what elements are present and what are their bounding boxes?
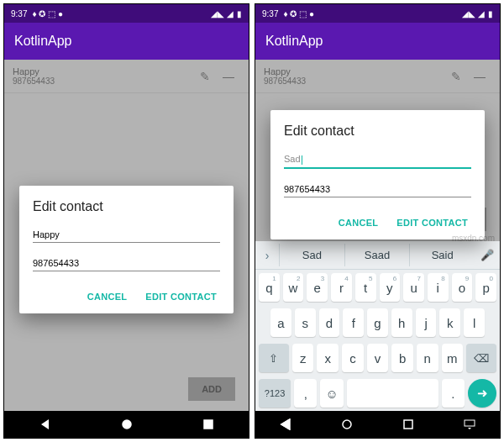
dialog-title: Edit contact: [284, 124, 471, 139]
key-a[interactable]: a: [270, 308, 291, 337]
key-r[interactable]: r4: [331, 273, 352, 302]
key-row-2: asdfghjkl: [255, 305, 500, 340]
status-bar: 9:37 ♦ ✪ ⬚ ● ◢◣ ◢ ▮: [255, 4, 500, 23]
key-space[interactable]: [347, 379, 438, 408]
name-input[interactable]: Happy: [33, 226, 220, 243]
app-bar: KotlinApp: [255, 23, 500, 60]
key-enter[interactable]: ➜: [468, 379, 496, 408]
svg-rect-2: [204, 420, 213, 429]
key-j[interactable]: j: [416, 308, 437, 337]
edit-contact-dialog: Edit contact Happy 987654433 CANCEL EDIT…: [19, 186, 234, 313]
key-l[interactable]: l: [464, 308, 485, 337]
svg-point-5: [343, 420, 351, 429]
key-g[interactable]: g: [367, 308, 388, 337]
key-period[interactable]: .: [442, 379, 465, 408]
key-row-3: ⇧zxcvbnm⌫: [255, 340, 500, 376]
key-i[interactable]: i8: [428, 273, 449, 302]
cancel-button[interactable]: CANCEL: [335, 213, 382, 233]
status-signal: ◢◣ ◢: [211, 9, 234, 18]
key-emoji[interactable]: ☺: [320, 379, 343, 408]
key-o[interactable]: o9: [452, 273, 473, 302]
key-m[interactable]: m: [442, 344, 464, 372]
key-shift[interactable]: ⇧: [259, 344, 289, 372]
cancel-button[interactable]: CANCEL: [84, 287, 131, 307]
nav-recent-icon[interactable]: [402, 418, 414, 430]
watermark: msxdn.com: [452, 234, 495, 243]
key-z[interactable]: z: [292, 344, 314, 372]
nav-bar: [255, 411, 500, 438]
key-p[interactable]: p0: [475, 273, 496, 302]
svg-marker-0: [41, 419, 49, 429]
key-c[interactable]: c: [342, 344, 364, 372]
suggestion-2[interactable]: Saad: [344, 244, 410, 266]
key-comma[interactable]: ,: [294, 379, 317, 408]
svg-point-1: [123, 420, 131, 429]
nav-recent-icon[interactable]: [202, 418, 214, 430]
svg-rect-6: [404, 420, 412, 429]
status-signal: ◢◣ ◢: [462, 9, 485, 18]
key-t[interactable]: t5: [355, 273, 376, 302]
content-area: Happy 987654433 ✎ — ADD Edit contact Sad…: [255, 60, 500, 241]
status-bar: 9:37 ♦ ✪ ⬚ ● ◢◣ ◢ ▮: [4, 4, 249, 23]
key-k[interactable]: k: [439, 308, 460, 337]
status-time: 9:37: [262, 9, 278, 18]
suggestion-3[interactable]: Said: [409, 244, 475, 266]
expand-suggestions-icon[interactable]: ›: [255, 249, 279, 262]
key-h[interactable]: h: [391, 308, 412, 337]
app-bar: KotlinApp: [4, 23, 249, 60]
status-battery: ▮: [488, 9, 493, 18]
keyboard-hide-icon[interactable]: [464, 418, 475, 430]
app-title: KotlinApp: [14, 34, 72, 49]
key-row-4: ?123,☺.➜: [255, 376, 500, 411]
nav-back-icon[interactable]: [39, 418, 51, 430]
nav-home-icon[interactable]: [121, 418, 133, 430]
status-icons: ♦ ✪ ⬚ ●: [32, 9, 62, 18]
key-n[interactable]: n: [417, 344, 438, 372]
key-s[interactable]: s: [295, 308, 316, 337]
key-row-1: q1w2e3r4t5y6u7i8o9p0: [255, 270, 500, 305]
key-y[interactable]: y6: [380, 273, 401, 302]
key-w[interactable]: w2: [283, 273, 304, 302]
suggestion-1[interactable]: Sad: [279, 244, 344, 266]
svg-rect-7: [465, 420, 475, 426]
mic-icon[interactable]: 🎤: [475, 249, 500, 261]
phone-input[interactable]: 987654433: [33, 255, 220, 271]
key-b[interactable]: b: [391, 344, 413, 372]
name-input[interactable]: Sad: [284, 150, 471, 169]
edit-contact-button[interactable]: EDIT CONTACT: [393, 213, 471, 233]
status-time: 9:37: [11, 9, 27, 18]
nav-home-icon[interactable]: [341, 418, 353, 430]
svg-marker-9: [468, 428, 471, 429]
nav-bar: [4, 411, 249, 438]
suggestion-bar: › Sad Saad Said 🎤: [255, 241, 500, 270]
edit-contact-button[interactable]: EDIT CONTACT: [142, 287, 220, 307]
key-e[interactable]: e3: [307, 273, 328, 302]
status-icons: ♦ ✪ ⬚ ●: [283, 9, 313, 18]
soft-keyboard: › Sad Saad Said 🎤 q1w2e3r4t5y6u7i8o9p0 a…: [255, 241, 500, 411]
phone-right: 9:37 ♦ ✪ ⬚ ● ◢◣ ◢ ▮ KotlinApp Happy 9876…: [255, 3, 501, 439]
key-x[interactable]: x: [317, 344, 339, 372]
status-battery: ▮: [237, 9, 242, 18]
dialog-title: Edit contact: [33, 199, 220, 214]
phone-input[interactable]: 987654433: [284, 181, 471, 197]
edit-contact-dialog: Edit contact Sad 987654433 CANCEL EDIT C…: [270, 110, 485, 239]
key-q[interactable]: q1: [259, 273, 280, 302]
key-u[interactable]: u7: [403, 273, 424, 302]
content-area: Happy 987654433 ✎ — ADD Edit contact Hap…: [4, 60, 249, 411]
key-f[interactable]: f: [343, 308, 364, 337]
key-symbols[interactable]: ?123: [259, 379, 291, 408]
key-d[interactable]: d: [319, 308, 340, 337]
key-v[interactable]: v: [367, 344, 389, 372]
key-backspace[interactable]: ⌫: [466, 344, 496, 372]
app-title: KotlinApp: [265, 34, 323, 49]
nav-back-icon[interactable]: [280, 418, 291, 430]
phone-left: 9:37 ♦ ✪ ⬚ ● ◢◣ ◢ ▮ KotlinApp Happy 9876…: [3, 3, 249, 439]
